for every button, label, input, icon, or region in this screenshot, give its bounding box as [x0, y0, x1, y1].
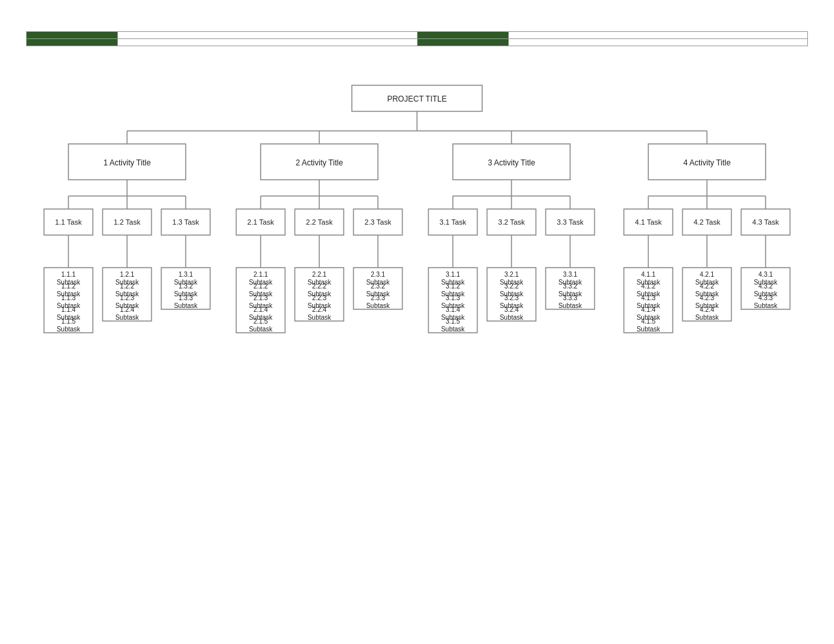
svg-text:Subtask: Subtask	[558, 302, 582, 309]
svg-text:2 Activity Title: 2 Activity Title	[296, 158, 343, 167]
svg-text:4.1.4: 4.1.4	[641, 306, 656, 313]
date-label	[417, 39, 508, 46]
svg-text:4.2.2: 4.2.2	[700, 283, 715, 290]
company-name-value[interactable]	[508, 32, 808, 39]
svg-text:3.1 Task: 3.1 Task	[440, 218, 467, 226]
svg-text:4.2.4: 4.2.4	[700, 306, 715, 313]
svg-text:2.1 Task: 2.1 Task	[248, 218, 274, 226]
svg-text:3.2.4: 3.2.4	[504, 306, 519, 313]
svg-text:3.2.2: 3.2.2	[504, 283, 519, 290]
svg-text:1.3.1: 1.3.1	[179, 271, 194, 278]
svg-text:1.1 Task: 1.1 Task	[55, 218, 82, 226]
project-manager-label	[27, 39, 118, 46]
svg-text:Subtask: Subtask	[500, 314, 524, 321]
svg-text:1.1.1: 1.1.1	[61, 271, 76, 278]
svg-text:4.3.1: 4.3.1	[758, 271, 773, 278]
svg-text:3.1.4: 3.1.4	[446, 306, 461, 313]
svg-text:4.1.3: 4.1.3	[641, 294, 656, 301]
project-manager-value[interactable]	[118, 39, 418, 46]
svg-text:4.2 Task: 4.2 Task	[694, 218, 721, 226]
company-name-label	[417, 32, 508, 39]
info-table	[26, 31, 808, 46]
svg-text:3.2 Task: 3.2 Task	[498, 218, 525, 226]
svg-text:3.3.2: 3.3.2	[563, 283, 578, 290]
svg-text:1.3.3: 1.3.3	[179, 294, 194, 301]
svg-text:2.2.4: 2.2.4	[312, 306, 327, 313]
svg-text:Subtask: Subtask	[441, 326, 465, 333]
svg-text:3.3 Task: 3.3 Task	[557, 218, 584, 226]
svg-text:3.1.2: 3.1.2	[446, 283, 461, 290]
svg-text:2.2.3: 2.2.3	[312, 294, 327, 301]
svg-text:3.2.3: 3.2.3	[504, 294, 519, 301]
svg-text:1.1.5: 1.1.5	[61, 318, 76, 325]
svg-text:2.1.2: 2.1.2	[253, 283, 268, 290]
svg-text:4 Activity Title: 4 Activity Title	[683, 158, 731, 167]
svg-text:1.1.4: 1.1.4	[61, 306, 76, 313]
svg-text:2.3.1: 2.3.1	[371, 271, 386, 278]
svg-text:4.2.1: 4.2.1	[700, 271, 715, 278]
svg-text:PROJECT TITLE: PROJECT TITLE	[387, 94, 447, 104]
svg-text:Subtask: Subtask	[754, 302, 778, 309]
date-value[interactable]	[508, 39, 808, 46]
svg-text:2.1.5: 2.1.5	[253, 318, 268, 325]
svg-text:1.2.3: 1.2.3	[120, 294, 135, 301]
svg-text:Subtask: Subtask	[174, 302, 198, 309]
svg-text:Subtask: Subtask	[695, 314, 719, 321]
svg-text:Subtask: Subtask	[308, 314, 332, 321]
svg-text:3.2.1: 3.2.1	[504, 271, 519, 278]
svg-text:2.2 Task: 2.2 Task	[306, 218, 333, 226]
svg-text:2.1.3: 2.1.3	[253, 294, 268, 301]
svg-text:1.2 Task: 1.2 Task	[114, 218, 141, 226]
svg-text:2.3.3: 2.3.3	[371, 294, 386, 301]
svg-text:3 Activity Title: 3 Activity Title	[488, 158, 536, 167]
svg-text:3.1.1: 3.1.1	[446, 271, 461, 278]
svg-text:1.3.2: 1.3.2	[179, 283, 194, 290]
svg-text:2.1.1: 2.1.1	[253, 271, 268, 278]
svg-text:4.3 Task: 4.3 Task	[753, 218, 779, 226]
svg-text:Subtask: Subtask	[366, 302, 390, 309]
svg-text:4.1.2: 4.1.2	[641, 283, 656, 290]
svg-text:1.2.1: 1.2.1	[120, 271, 135, 278]
svg-text:3.1.5: 3.1.5	[446, 318, 461, 325]
svg-text:4.1.5: 4.1.5	[641, 318, 656, 325]
project-title-value[interactable]	[118, 32, 418, 39]
svg-text:1.2.4: 1.2.4	[120, 306, 135, 313]
svg-text:2.1.4: 2.1.4	[253, 306, 268, 313]
svg-text:4.2.3: 4.2.3	[700, 294, 715, 301]
wbs-diagram: PROJECT TITLE1 Activity Title1.1 Task1.1…	[26, 66, 808, 352]
svg-text:2.2.1: 2.2.1	[312, 271, 327, 278]
svg-text:3.3.1: 3.3.1	[563, 271, 578, 278]
svg-text:1.3 Task: 1.3 Task	[173, 218, 199, 226]
svg-text:2.3 Task: 2.3 Task	[365, 218, 392, 226]
svg-text:Subtask: Subtask	[57, 326, 81, 333]
svg-text:3.3.3: 3.3.3	[563, 294, 578, 301]
svg-text:4.3.2: 4.3.2	[758, 283, 773, 290]
svg-text:4.1.1: 4.1.1	[641, 271, 656, 278]
svg-text:1.1.3: 1.1.3	[61, 294, 76, 301]
svg-text:3.1.3: 3.1.3	[446, 294, 461, 301]
svg-text:2.2.2: 2.2.2	[312, 283, 327, 290]
svg-text:1.1.2: 1.1.2	[61, 283, 76, 290]
svg-text:1.2.2: 1.2.2	[120, 283, 135, 290]
svg-text:4.1 Task: 4.1 Task	[635, 218, 662, 226]
svg-text:Subtask: Subtask	[115, 314, 139, 321]
svg-text:2.3.2: 2.3.2	[371, 283, 386, 290]
svg-text:Subtask: Subtask	[249, 326, 273, 333]
svg-text:1 Activity Title: 1 Activity Title	[104, 158, 151, 167]
svg-text:4.3.3: 4.3.3	[758, 294, 773, 301]
project-title-label	[27, 32, 118, 39]
svg-text:Subtask: Subtask	[637, 326, 661, 333]
